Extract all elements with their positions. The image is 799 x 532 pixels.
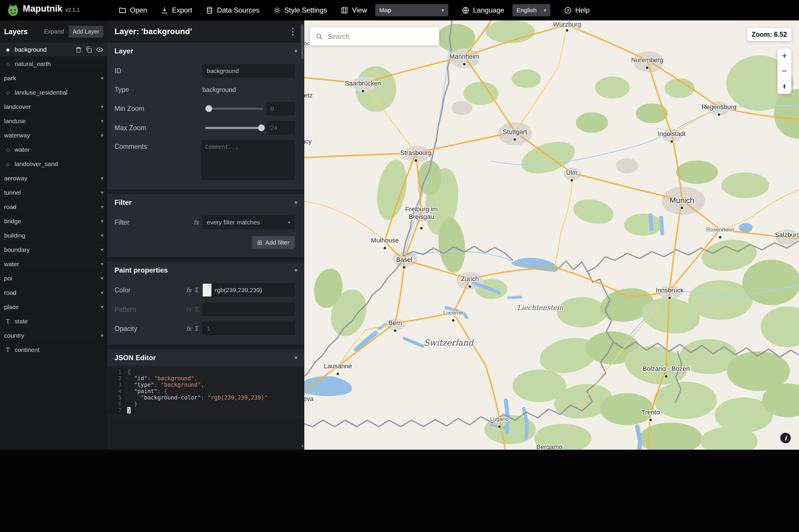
type-label: Type (114, 86, 202, 94)
comments-textarea[interactable] (201, 140, 295, 180)
data-sources-button[interactable]: Data Sources (206, 6, 259, 14)
section-filter-header[interactable]: Filter ▾ (108, 194, 304, 211)
delete-layer-icon[interactable] (75, 46, 82, 53)
help-button[interactable]: ? Help (564, 6, 590, 14)
svg-text:?: ? (566, 8, 569, 13)
open-icon (118, 6, 127, 14)
expression-icon[interactable]: fx (193, 219, 199, 226)
max-zoom-slider[interactable] (205, 127, 263, 129)
max-zoom-input[interactable] (267, 121, 295, 135)
section-paint-header[interactable]: Paint properties ▾ (108, 262, 304, 279)
chevron-down-icon: ▾ (101, 275, 104, 282)
toggle-visibility-icon[interactable] (96, 46, 104, 53)
export-button[interactable]: Export (161, 6, 192, 14)
fill-layer-icon: ◇ (4, 90, 12, 96)
min-zoom-input[interactable] (267, 102, 295, 115)
fill-layer-icon: ◆ (4, 47, 12, 53)
add-filter-button[interactable]: ⊞ Add filter (252, 236, 295, 249)
view-button[interactable]: View (340, 6, 367, 14)
layer-options-menu-icon[interactable]: ⋮ (289, 26, 297, 37)
layer-item-natural_earth[interactable]: ◇natural_earth (0, 57, 108, 71)
layer-item-poi[interactable]: poi▾ (0, 271, 108, 286)
help-icon: ? (564, 6, 572, 14)
layer-item-aeroway[interactable]: aeroway▾ (0, 171, 108, 186)
brand[interactable]: Maputnik v2.1.1 (6, 3, 114, 17)
zoom-indicator: Zoom: 6.52 (747, 28, 792, 41)
layer-item-park[interactable]: park▾ (0, 71, 108, 86)
min-zoom-slider[interactable] (205, 108, 263, 110)
open-button[interactable]: Open (118, 6, 147, 14)
layer-item-boundary[interactable]: boundary▾ (0, 243, 108, 257)
pattern-input[interactable] (202, 303, 295, 316)
symbol-layer-icon: T (4, 346, 12, 354)
opacity-input[interactable] (202, 322, 295, 335)
layer-item-label: poi (4, 275, 12, 282)
section-json-header[interactable]: JSON Editor ▾ (108, 349, 304, 366)
layer-item-road[interactable]: road▾ (0, 286, 108, 300)
export-icon (161, 6, 168, 14)
language-button[interactable]: Language (462, 6, 504, 14)
section-layer-header[interactable]: Layer ▾ (108, 43, 304, 59)
editor-scrollbar[interactable] (301, 24, 303, 59)
line-number: 4 (108, 388, 126, 394)
layer-item-label: background (15, 46, 47, 53)
section-layer-title: Layer (114, 47, 133, 55)
attribution-button[interactable]: i (780, 433, 791, 443)
symbol-layer-icon: T (4, 318, 12, 325)
add-filter-icon: ⊞ (257, 239, 262, 246)
layer-item-waterway[interactable]: waterway▾ (0, 128, 108, 143)
expression-icon[interactable]: fx (186, 287, 191, 293)
layer-item-country[interactable]: country▾ (0, 328, 108, 343)
language-select[interactable]: English ▾ (513, 4, 551, 16)
compass-icon (781, 82, 788, 90)
add-layer-button[interactable]: Add Layer (69, 26, 104, 38)
layer-item-landcover_sand[interactable]: ◇landcover_sand (0, 157, 108, 171)
id-input[interactable] (202, 64, 295, 78)
layer-item-tunnel[interactable]: tunnel▾ (0, 186, 108, 200)
open-label: Open (130, 6, 147, 14)
search-box[interactable] (310, 27, 439, 45)
scroll-down-icon[interactable]: ▾ (301, 443, 304, 449)
view-select[interactable]: Map ▾ (375, 4, 448, 16)
layer-item-landcover[interactable]: landcover▾ (0, 100, 108, 114)
maputnik-app: Maputnik v2.1.1 Open Export Data Sources… (0, 0, 799, 450)
layer-item-landuse[interactable]: landuse▾ (0, 114, 108, 128)
zoom-function-icon[interactable]: Σ (195, 286, 199, 294)
layer-item-continent[interactable]: Tcontinent (0, 343, 108, 357)
zoom-out-button[interactable]: − (777, 64, 792, 79)
json-code[interactable]: 1{2 "id": "background",3 "type": "backgr… (108, 366, 304, 418)
layers-panel-header: Layers Expand Add Layer (0, 20, 108, 43)
layer-item-water[interactable]: water▾ (0, 257, 108, 271)
layer-list: ◆background◇natural_earthpark▾◇landuse_r… (0, 43, 108, 357)
chevron-down-icon: ▾ (101, 289, 104, 296)
layer-item-bridge[interactable]: bridge▾ (0, 214, 108, 228)
compass-button[interactable] (777, 79, 792, 94)
layer-item-landuse_residential[interactable]: ◇landuse_residential (0, 86, 108, 100)
style-settings-button[interactable]: Style Settings (273, 6, 327, 14)
layer-item-background[interactable]: ◆background (0, 43, 108, 57)
filter-combinator-select[interactable]: every filter matches ▾ (202, 216, 295, 229)
zoom-function-icon[interactable]: Σ (195, 325, 199, 332)
chevron-down-icon: ▾ (544, 7, 546, 14)
fill-layer-icon: ◇ (4, 161, 12, 167)
section-paint: Paint properties ▾ Color fx Σ (108, 262, 304, 345)
layer-item-state[interactable]: Tstate (0, 314, 108, 328)
layer-item-building[interactable]: building▾ (0, 228, 108, 243)
layer-item-label: landcover_sand (15, 160, 58, 168)
chevron-down-icon: ▾ (101, 232, 104, 239)
layer-item-place[interactable]: place▾ (0, 300, 108, 314)
search-input[interactable] (327, 32, 434, 41)
duplicate-layer-icon[interactable] (85, 46, 93, 53)
expression-icon: fx (186, 306, 191, 313)
color-input[interactable] (211, 287, 294, 293)
map-canvas[interactable]: WürzburgMannheimNurembergSaarbrückenRege… (304, 20, 799, 450)
data-sources-icon (206, 6, 213, 14)
layer-item-road[interactable]: road▾ (0, 200, 108, 214)
layer-item-water[interactable]: ◇water (0, 143, 108, 157)
layer-item-label: landcover (4, 103, 31, 110)
expand-button[interactable]: Expand (44, 28, 64, 35)
expression-icon[interactable]: fx (186, 325, 191, 332)
color-swatch[interactable] (203, 283, 211, 297)
section-filter-title: Filter (114, 198, 132, 207)
zoom-in-button[interactable]: + (777, 49, 792, 64)
